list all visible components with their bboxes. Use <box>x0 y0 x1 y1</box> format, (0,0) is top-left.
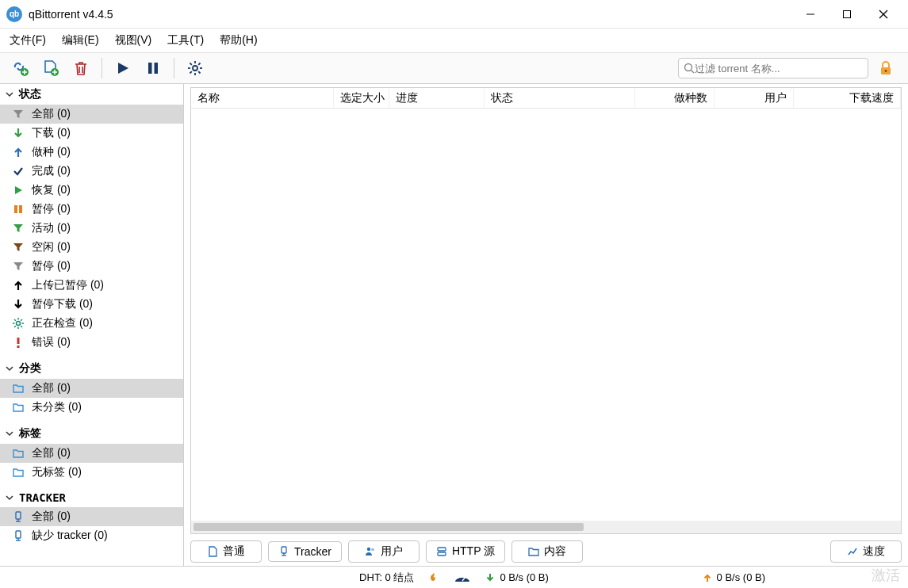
filter-label: 错误 (0) <box>32 335 71 349</box>
filter-downloading[interactable]: 下载 (0) <box>0 124 183 143</box>
add-link-button[interactable] <box>8 55 33 81</box>
tag-untagged[interactable]: 无标签 (0) <box>0 463 183 482</box>
maximize-button[interactable] <box>829 2 865 26</box>
resume-button[interactable] <box>110 55 136 81</box>
filter-label: 暂停下载 (0) <box>32 297 93 311</box>
filter-label: 恢复 (0) <box>32 183 71 197</box>
categories-header[interactable]: 分类 <box>0 358 183 379</box>
delete-button[interactable] <box>68 55 94 81</box>
filter-stalled[interactable]: 暂停 (0) <box>0 257 183 276</box>
svg-point-23 <box>17 322 21 326</box>
svg-rect-21 <box>14 205 17 213</box>
tab-label: 用户 <box>381 544 403 559</box>
col-name[interactable]: 名称 <box>191 88 334 108</box>
filter-label: 正在检查 (0) <box>32 316 93 330</box>
tracker-icon <box>13 511 25 522</box>
flame-icon <box>428 572 439 583</box>
filter-icon <box>13 242 25 253</box>
svg-line-31 <box>14 326 16 327</box>
document-icon <box>207 546 218 557</box>
tab-content[interactable]: 内容 <box>511 540 583 563</box>
filter-resumed[interactable]: 恢复 (0) <box>0 181 183 200</box>
filter-icon <box>13 261 25 272</box>
svg-line-13 <box>190 63 192 65</box>
filter-completed[interactable]: 完成 (0) <box>0 162 183 181</box>
col-peers[interactable]: 用户 <box>715 88 794 108</box>
download-speed[interactable]: 0 B/s (0 B) <box>485 571 548 583</box>
tab-peers[interactable]: 用户 <box>348 540 420 563</box>
tracker-icon <box>13 530 25 541</box>
filter-paused[interactable]: 暂停 (0) <box>0 200 183 219</box>
status-header[interactable]: 状态 <box>0 84 183 105</box>
folder-icon <box>528 547 539 556</box>
close-button[interactable] <box>865 2 902 26</box>
filter-stalled-downloading[interactable]: 暂停下载 (0) <box>0 295 183 314</box>
pause-icon <box>146 61 160 75</box>
col-seeds[interactable]: 做种数 <box>635 88 715 108</box>
table-header: 名称 选定大小 进度 状态 做种数 用户 下载速度 <box>191 88 901 109</box>
svg-line-15 <box>198 63 200 65</box>
menu-edit[interactable]: 编辑(E) <box>62 33 99 48</box>
add-torrent-file-button[interactable] <box>38 55 63 81</box>
filter-inactive[interactable]: 空闲 (0) <box>0 238 183 257</box>
lock-icon <box>878 60 894 76</box>
content: 名称 选定大小 进度 状态 做种数 用户 下载速度 普通 Tracker <box>184 84 908 566</box>
exclaim-icon <box>13 337 25 348</box>
category-all[interactable]: 全部 (0) <box>0 379 183 398</box>
svg-rect-32 <box>17 338 20 344</box>
menu-file[interactable]: 文件(F) <box>10 33 46 48</box>
col-progress[interactable]: 进度 <box>389 88 485 108</box>
tab-tracker[interactable]: Tracker <box>268 541 342 562</box>
alt-speed-status[interactable] <box>454 573 471 582</box>
tag-all[interactable]: 全部 (0) <box>0 444 183 463</box>
upload-speed[interactable]: 0 B/s (0 B) <box>703 571 765 583</box>
svg-rect-46 <box>438 552 446 556</box>
search-input[interactable] <box>695 63 863 74</box>
search-box[interactable] <box>678 58 868 78</box>
col-dlspeed[interactable]: 下载速度 <box>794 88 901 108</box>
filter-errored[interactable]: 错误 (0) <box>0 333 183 352</box>
svg-point-44 <box>371 548 374 552</box>
col-size[interactable]: 选定大小 <box>334 88 389 108</box>
pause-button[interactable] <box>140 55 166 81</box>
filter-checking[interactable]: 正在检查 (0) <box>0 314 183 333</box>
svg-line-28 <box>14 319 16 321</box>
horizontal-scrollbar[interactable] <box>191 521 901 533</box>
lock-button[interactable] <box>878 60 900 76</box>
folder-icon <box>13 468 25 477</box>
tags-header-label: 标签 <box>19 426 41 441</box>
tab-label: HTTP 源 <box>452 544 495 559</box>
svg-line-30 <box>21 319 22 321</box>
filter-stalled-uploading[interactable]: 上传已暂停 (0) <box>0 276 183 295</box>
category-uncategorized[interactable]: 未分类 (0) <box>0 398 183 417</box>
server-icon <box>436 546 447 557</box>
filter-icon <box>13 109 25 120</box>
svg-line-14 <box>198 71 200 73</box>
dht-status[interactable]: DHT: 0 结点 <box>359 571 414 585</box>
filter-active[interactable]: 活动 (0) <box>0 219 183 238</box>
svg-rect-34 <box>16 512 21 519</box>
svg-rect-33 <box>17 346 20 348</box>
filter-label: 全部 (0) <box>32 446 71 460</box>
tab-general[interactable]: 普通 <box>190 540 262 563</box>
menu-tools[interactable]: 工具(T) <box>167 33 204 48</box>
tab-speed[interactable]: 速度 <box>830 540 902 563</box>
statusbar: DHT: 0 结点 0 B/s (0 B) 0 B/s (0 B) <box>0 566 908 588</box>
tab-label: Tracker <box>294 545 331 558</box>
firewall-status[interactable] <box>428 572 439 583</box>
filter-all[interactable]: 全部 (0) <box>0 105 183 124</box>
filter-seeding[interactable]: 做种 (0) <box>0 143 183 162</box>
tracker-trackerless[interactable]: 缺少 tracker (0) <box>0 526 183 545</box>
menu-help[interactable]: 帮助(H) <box>220 33 257 48</box>
trackers-header[interactable]: TRACKER <box>0 488 183 507</box>
svg-rect-1 <box>844 10 851 17</box>
folder-icon <box>13 449 25 458</box>
settings-button[interactable] <box>182 55 208 81</box>
tab-http[interactable]: HTTP 源 <box>426 540 505 563</box>
minimize-button[interactable] <box>792 2 829 26</box>
tracker-all[interactable]: 全部 (0) <box>0 507 183 526</box>
tags-header[interactable]: 标签 <box>0 423 183 444</box>
col-status[interactable]: 状态 <box>485 88 635 108</box>
arrow-up-icon <box>13 280 25 291</box>
menu-view[interactable]: 视图(V) <box>115 33 152 48</box>
